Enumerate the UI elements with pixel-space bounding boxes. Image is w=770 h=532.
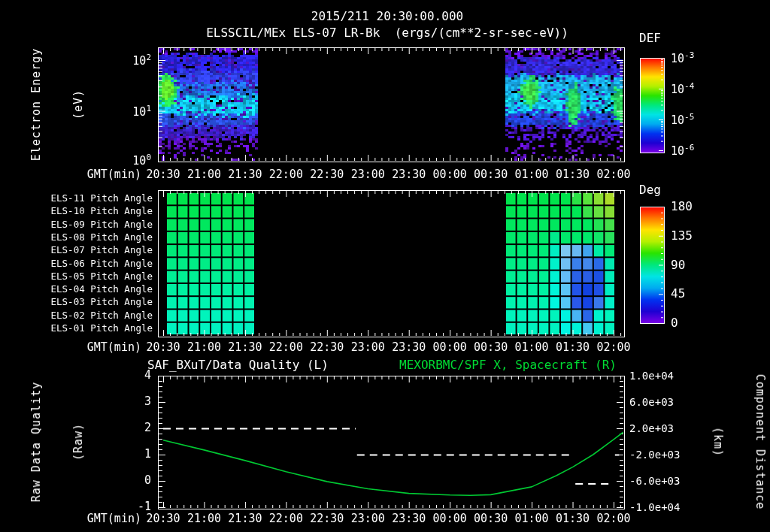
xtick-label-bottom: 22:00: [269, 513, 303, 525]
distance-y-axis-label-line1: Component Distance: [753, 374, 768, 510]
spectrogram-y-axis-label-line2: (eV): [71, 48, 86, 161]
quality-y-axis-label-line1: Raw Data Quality: [29, 382, 44, 503]
quality-left-tick-label: 1: [144, 449, 151, 461]
xtick-label-middle: 23:30: [392, 342, 426, 354]
pitch-row-label: ELS-09 Pitch Angle: [51, 219, 153, 229]
xtick-label-middle: 02:00: [596, 342, 630, 354]
xtick-label-middle: 00:30: [474, 342, 508, 354]
distance-right-tick-label: 2.0e+03: [629, 423, 674, 434]
xtick-label-middle: 22:00: [269, 342, 303, 354]
xtick-label-top: 01:00: [515, 169, 549, 181]
xtick-label-middle: 21:30: [228, 342, 262, 354]
distance-y-axis-label: Component Distance (km): [683, 374, 770, 510]
xtick-label-top: 22:00: [269, 169, 303, 181]
xtick-label-bottom: 01:30: [556, 513, 590, 525]
distance-right-tick-label: 6.0e+03: [629, 397, 674, 408]
xtick-label-bottom: 20:30: [146, 513, 180, 525]
pitch-row-label: ELS-08 Pitch Angle: [51, 232, 153, 242]
xtick-label-bottom: 23:30: [392, 513, 426, 525]
deg-colorbar-tick-label: 135: [671, 229, 693, 242]
xtick-label-top: 21:00: [187, 169, 221, 181]
def-colorbar-tick-label: 10-6: [671, 144, 694, 158]
pitch-row-label: ELS-01 Pitch Angle: [51, 323, 153, 333]
quality-left-tick-label: 3: [144, 396, 151, 408]
xtick-label-top: 23:30: [392, 169, 426, 181]
xtick-label-middle: 23:00: [351, 342, 385, 354]
xtick-label-middle: 01:00: [515, 342, 549, 354]
quality-y-axis-label-line2: (Raw): [71, 382, 86, 503]
quality-left-tick-label: 0: [144, 475, 151, 487]
pitch-row-label: ELS-11 Pitch Angle: [51, 194, 153, 204]
spacecraft-title-right: MEXORBMC/SPF X, Spacecraft (R): [399, 359, 617, 372]
pitch-row-label: ELS-07 Pitch Angle: [51, 246, 153, 255]
xtick-label-top: 23:00: [351, 169, 385, 181]
distance-right-tick-label: 1.0e+04: [629, 370, 674, 382]
distance-right-tick-label: -6.0e+03: [629, 476, 680, 487]
xtick-label-top: 20:30: [146, 169, 180, 181]
xtick-label-bottom: 22:30: [310, 513, 344, 525]
pitch-row-label: ELS-04 Pitch Angle: [51, 284, 153, 294]
xtick-label-bottom: 02:00: [596, 513, 630, 525]
title-instrument: ELSSCIL/MEx ELS-07 LR-Bk (ergs/(cm**2-sr…: [206, 27, 568, 40]
pitch-row-label: ELS-02 Pitch Angle: [51, 310, 153, 320]
xtick-label-bottom: 00:30: [474, 513, 508, 525]
xtick-label-top: 01:30: [556, 169, 590, 181]
spectrogram-y-axis-label: Electron Energy (eV): [1, 48, 114, 161]
xtick-label-middle: 01:30: [556, 342, 590, 354]
quality-title-left: SAF_BXuT/Data Quality (L): [147, 359, 329, 372]
deg-colorbar-tick-label: 180: [671, 201, 693, 213]
def-colorbar-tick-label: 10-3: [671, 51, 694, 65]
def-colorbar-tick-label: 10-5: [671, 113, 694, 127]
quality-y-axis-label: Raw Data Quality (Raw): [1, 382, 114, 503]
quality-left-tick-label: 4: [144, 370, 151, 382]
gmt-axis-caption-bottom: GMT(min): [87, 513, 141, 525]
deg-colorbar-tick-label: 0: [671, 317, 678, 330]
spectrogram-ytick-label: 102: [132, 53, 151, 68]
xtick-label-bottom: 01:00: [515, 513, 549, 525]
xtick-label-middle: 20:30: [146, 342, 180, 354]
gmt-axis-caption-top: GMT(min): [87, 169, 141, 181]
xtick-label-middle: 22:30: [310, 342, 344, 354]
distance-right-tick-label: -2.0e+03: [629, 449, 680, 461]
xtick-label-bottom: 23:00: [351, 513, 385, 525]
xtick-label-top: 00:30: [474, 169, 508, 181]
pitch-row-label: ELS-06 Pitch Angle: [51, 258, 153, 268]
pitch-row-label: ELS-10 Pitch Angle: [51, 207, 153, 216]
xtick-label-top: 21:30: [228, 169, 262, 181]
title-datetime: 2015/211 20:30:00.000: [311, 11, 463, 23]
spectrogram-ytick-label: 101: [132, 104, 151, 118]
pitch-row-label: ELS-03 Pitch Angle: [51, 298, 153, 307]
pitch-row-label: ELS-05 Pitch Angle: [51, 271, 153, 281]
distance-y-axis-label-line2: (km): [711, 374, 726, 510]
xtick-label-middle: 00:00: [433, 342, 467, 354]
plot-screen: 2015/211 20:30:00.000 ELSSCIL/MEx ELS-07…: [0, 0, 770, 532]
deg-colorbar-tick-label: 90: [671, 258, 685, 271]
xtick-label-top: 02:00: [596, 169, 630, 181]
distance-right-tick-label: -1.0e+04: [629, 502, 680, 513]
spectrogram-y-axis-label-line1: Electron Energy: [29, 48, 44, 161]
xtick-label-bottom: 00:00: [433, 513, 467, 525]
def-colorbar-title: DEF: [639, 32, 661, 45]
xtick-label-middle: 21:00: [187, 342, 221, 354]
spectrogram-ytick-label: 100: [132, 153, 151, 168]
def-colorbar-tick-label: 10-4: [671, 82, 694, 96]
xtick-label-bottom: 21:30: [228, 513, 262, 525]
quality-left-tick-label: -1: [138, 501, 151, 513]
gmt-axis-caption-middle: GMT(min): [87, 342, 141, 354]
xtick-label-top: 22:30: [310, 169, 344, 181]
deg-colorbar-tick-label: 45: [671, 288, 685, 301]
xtick-label-bottom: 21:00: [187, 513, 221, 525]
deg-colorbar-title: Deg: [639, 184, 661, 197]
quality-left-tick-label: 2: [144, 422, 151, 434]
xtick-label-top: 00:00: [433, 169, 467, 181]
